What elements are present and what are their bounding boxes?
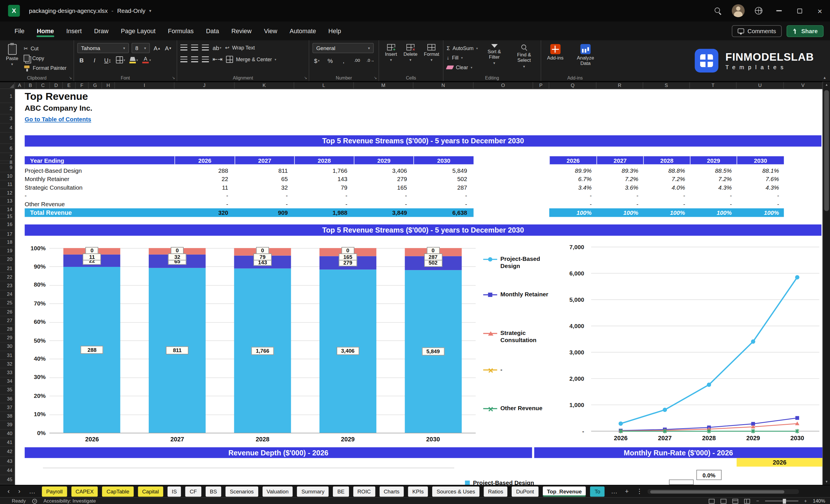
vertical-scrollbar-thumb[interactable] — [824, 90, 829, 211]
table-value-cell[interactable]: 279 — [354, 175, 413, 183]
total-value-cell[interactable]: 6,638 — [413, 208, 473, 217]
table-pct-cell[interactable]: - — [549, 200, 596, 208]
sheet-tab-charts[interactable]: Charts — [379, 486, 404, 497]
table-year-header-2029[interactable]: 2029 — [354, 156, 413, 164]
addins-button[interactable]: Add-ins — [544, 43, 566, 62]
table-pct-cell[interactable]: 7.2% — [643, 175, 690, 183]
zoom-out-button[interactable]: − — [756, 498, 759, 504]
percent-format-button[interactable]: % — [326, 56, 334, 65]
menu-tab-insert[interactable]: Insert — [60, 24, 88, 39]
table-pct-year-header-2026[interactable]: 2026 — [549, 156, 596, 164]
font-dialog-launcher[interactable]: ↘ — [172, 76, 175, 80]
sheet-tab-payroll[interactable]: Payroll — [42, 486, 67, 497]
row-header-23[interactable]: 23 — [0, 282, 15, 290]
table-value-cell[interactable]: 143 — [294, 175, 354, 183]
column-header-J[interactable]: J — [174, 82, 234, 89]
close-button[interactable]: × — [810, 0, 830, 22]
menu-tab-review[interactable]: Review — [225, 24, 257, 39]
table-pct-cell[interactable]: 7.6% — [737, 175, 784, 183]
increase-font-button[interactable]: A▴ — [153, 43, 161, 53]
row-header-31[interactable]: 31 — [0, 351, 15, 360]
year-ending-header[interactable]: Year Ending — [25, 156, 174, 164]
paste-button[interactable]: Paste ▾ — [3, 43, 21, 68]
sheet-tab-sources-uses[interactable]: Sources & Uses — [432, 486, 479, 497]
table-pct-cell[interactable]: 88.1% — [737, 166, 784, 175]
column-header-R[interactable]: R — [597, 82, 643, 89]
table-value-cell[interactable]: - — [413, 200, 473, 208]
row-header-18[interactable]: 18 — [0, 238, 15, 247]
add-sheet-button[interactable]: + — [625, 487, 629, 495]
font-size-combo[interactable]: 8▾ — [132, 43, 150, 53]
table-pct-cell[interactable]: 4.0% — [643, 183, 690, 191]
total-value-cell[interactable]: 320 — [174, 208, 234, 217]
row-header-30[interactable]: 30 — [0, 342, 15, 351]
maximize-button[interactable] — [789, 0, 809, 22]
row-header-35[interactable]: 35 — [0, 386, 15, 395]
toc-link[interactable]: Go to Table of Contents — [25, 116, 91, 122]
table-row-label[interactable]: Other Revenue — [25, 200, 169, 208]
column-header-E[interactable]: E — [63, 82, 76, 89]
row-header-7[interactable]: 7 — [0, 153, 15, 161]
menu-tab-data[interactable]: Data — [200, 24, 225, 39]
table-value-cell[interactable]: 3,406 — [354, 166, 413, 175]
table-pct-year-header-2029[interactable]: 2029 — [690, 156, 736, 164]
table-row-label[interactable]: - — [25, 191, 169, 200]
table-value-cell[interactable]: - — [174, 191, 234, 200]
table-pct-cell[interactable]: - — [643, 200, 690, 208]
row-header-17[interactable]: 17 — [0, 230, 15, 238]
table-value-cell[interactable]: 1,766 — [294, 166, 354, 175]
column-header-F[interactable]: F — [76, 82, 89, 89]
table-pct-cell[interactable]: - — [690, 191, 736, 200]
zoom-level[interactable]: 140% — [813, 498, 825, 504]
sheet-tab-is[interactable]: IS — [167, 486, 181, 497]
column-header-H[interactable]: H — [102, 82, 115, 89]
row-header-14[interactable]: 14 — [0, 206, 15, 214]
account-button[interactable] — [728, 0, 748, 22]
sheet-tab-to[interactable]: To — [590, 486, 605, 497]
menu-tab-automate[interactable]: Automate — [284, 24, 322, 39]
all-sheets-button[interactable]: … — [29, 487, 35, 495]
table-year-header-2028[interactable]: 2028 — [294, 156, 354, 164]
table-value-cell[interactable]: 288 — [174, 166, 234, 175]
page-layout-view-icon[interactable] — [732, 499, 738, 503]
select-all-corner[interactable] — [0, 82, 15, 89]
table-pct-cell[interactable]: - — [597, 191, 643, 200]
table-value-cell[interactable]: 287 — [413, 183, 473, 191]
comments-button[interactable]: Comments — [732, 25, 782, 37]
clear-button[interactable]: Clear▾ — [447, 63, 478, 72]
align-bottom-icon[interactable] — [202, 44, 209, 51]
menu-tab-page-layout[interactable]: Page Layout — [115, 24, 162, 39]
column-header-N[interactable]: N — [413, 82, 473, 89]
sheet-tab-scenarios[interactable]: Scenarios — [225, 486, 258, 497]
row-header-42[interactable]: 42 — [0, 447, 15, 457]
row-header-10[interactable]: 10 — [0, 172, 15, 181]
total-pct-cell[interactable]: 100% — [690, 208, 736, 217]
sheet-tab-capital[interactable]: Capital — [138, 486, 163, 497]
row-header-41[interactable]: 41 — [0, 438, 15, 447]
table-pct-cell[interactable]: - — [643, 191, 690, 200]
table-value-cell[interactable]: 502 — [413, 175, 473, 183]
clipboard-dialog-launcher[interactable]: ↘ — [69, 76, 72, 80]
document-title[interactable]: packaging-design-agency.xlsx - Read-Only… — [29, 7, 151, 14]
table-pct-year-header-2028[interactable]: 2028 — [643, 156, 690, 164]
orientation-button[interactable]: ab▾ — [213, 43, 221, 52]
column-header-O[interactable]: O — [474, 82, 533, 89]
analyze-data-button[interactable]: Analyze Data — [571, 43, 600, 67]
menu-tab-file[interactable]: File — [8, 24, 30, 39]
sheet-tab-kpis[interactable]: KPIs — [408, 486, 428, 497]
align-left-icon[interactable] — [181, 56, 187, 62]
row-header-44[interactable]: 44 — [0, 466, 15, 475]
sheet-tab-capex[interactable]: CAPEX — [71, 486, 98, 497]
sheet-tab-ratios[interactable]: Ratios — [484, 486, 507, 497]
row-header-24[interactable]: 24 — [0, 290, 15, 299]
column-header-G[interactable]: G — [89, 82, 102, 89]
merge-center-button[interactable]: Merge & Center▾ — [226, 55, 276, 64]
row-header-2[interactable]: 2 — [0, 103, 15, 114]
row-header-8[interactable]: 8 — [0, 161, 15, 164]
table-pct-cell[interactable]: - — [737, 200, 784, 208]
table-value-cell[interactable]: - — [234, 200, 294, 208]
table-pct-cell[interactable]: 4.3% — [690, 183, 736, 191]
row-header-15[interactable]: 15 — [0, 214, 15, 219]
table-value-cell[interactable]: 32 — [234, 183, 294, 191]
align-right-icon[interactable] — [202, 56, 209, 62]
